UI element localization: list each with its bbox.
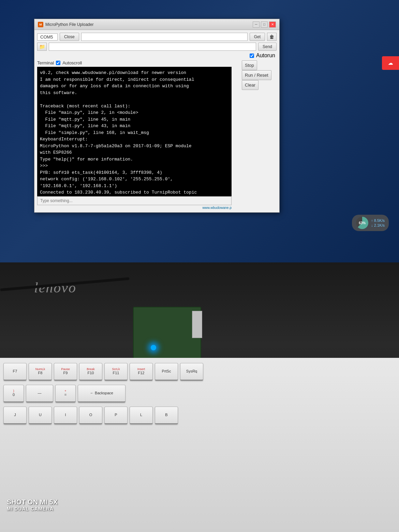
network-status-overlay: 63% ↑ 8.5K/s ↓ 2.1K/s (352, 215, 389, 231)
side-buttons: Stop Run / Reset Clear (239, 60, 277, 210)
run-reset-button[interactable]: Run / Reset (242, 70, 271, 80)
key-f11[interactable]: ScrLk F11 (104, 363, 128, 381)
autorun-checkbox[interactable] (250, 54, 254, 58)
key-backspace[interactable]: ← Backspace (78, 385, 125, 402)
terminal-label: Terminal (37, 60, 54, 65)
cpu-percent: 63% (356, 217, 368, 229)
minimize-button[interactable]: ─ (253, 21, 260, 28)
key-p[interactable]: P (104, 407, 128, 424)
key-u[interactable]: U (29, 407, 52, 424)
window-controls: ─ □ ✕ (253, 21, 276, 28)
keyboard: F7 NumLk F8 Pause F9 Break F10 ScrLk F11… (0, 358, 399, 532)
app-icon: M (38, 22, 43, 27)
close-button[interactable]: ✕ (269, 21, 276, 28)
toolbar-row1: COM5 Close Get 🗑 (37, 33, 277, 41)
key-l[interactable]: L (130, 407, 153, 424)
upload-speed: ↑ 8.5K/s (371, 218, 385, 223)
close-connection-button[interactable]: Close (60, 33, 79, 41)
autoscroll-label: Autoscroll (62, 60, 82, 65)
speed-info: ↑ 8.5K/s ↓ 2.1K/s (371, 218, 385, 227)
autorun-row: Autorun (37, 52, 277, 59)
micropython-window: M MicroPython File Uploader ─ □ ✕ COM5 C… (34, 19, 280, 213)
key-plus[interactable]: + = (55, 385, 76, 402)
key-dash[interactable]: — (26, 385, 53, 402)
folder-icon-button[interactable]: 📁 (37, 43, 47, 51)
window-main: Terminal Autoscroll v0.2, check www.wbud… (37, 60, 277, 210)
title-bar-left: M MicroPython File Uploader (38, 22, 93, 27)
key-prtsc[interactable]: PrtSc (155, 363, 178, 381)
key-f9[interactable]: Pause F9 (54, 363, 77, 381)
upload-path-input[interactable] (49, 43, 256, 51)
key-b[interactable]: B (155, 407, 178, 424)
terminal-output[interactable]: v0.2, check www.wbudowane.pl/download fo… (37, 67, 232, 196)
file-path-input[interactable] (81, 33, 248, 41)
key-f12[interactable]: Insert F12 (130, 363, 153, 381)
send-button[interactable]: Send (258, 43, 277, 51)
title-bar: M MicroPython File Uploader ─ □ ✕ (34, 19, 279, 30)
key-sysrq[interactable]: SysRq (180, 363, 203, 381)
esp-led (151, 345, 156, 350)
window-content: COM5 Close Get 🗑 📁 Send Autorun Terminal (34, 30, 279, 212)
watermark-line1: SHOT ON MI 5X (7, 498, 58, 506)
delete-icon-button[interactable]: 🗑 (267, 33, 277, 41)
key-f10[interactable]: Break F10 (79, 363, 102, 381)
watermark-line2: MI DUAL CAMERA (7, 506, 58, 512)
maximize-button[interactable]: □ (261, 21, 268, 28)
com-port-label: COM5 (37, 33, 58, 41)
get-button[interactable]: Get (250, 33, 265, 41)
key-paren-close[interactable]: ) 0 (3, 385, 24, 402)
key-i[interactable]: I (54, 407, 77, 424)
stop-button[interactable]: Stop (242, 60, 257, 70)
autorun-label: Autorun (256, 52, 275, 59)
key-o[interactable]: O (79, 407, 102, 424)
baidu-icon[interactable]: ☁ (382, 56, 399, 70)
clear-button[interactable]: Clear (242, 80, 258, 90)
autoscroll-checkbox[interactable] (56, 61, 60, 65)
website-reference: www.wbudowane.p (37, 206, 232, 210)
download-speed: ↓ 2.1K/s (371, 223, 385, 227)
key-j[interactable]: J (3, 407, 27, 424)
toolbar-row2: 📁 Send (37, 43, 277, 51)
terminal-header: Terminal Autoscroll (37, 60, 239, 65)
shot-watermark: SHOT ON MI 5X MI DUAL CAMERA (7, 498, 58, 512)
window-title: MicroPython File Uploader (45, 22, 93, 27)
esp-antenna (192, 311, 202, 338)
terminal-section: Terminal Autoscroll v0.2, check www.wbud… (37, 60, 239, 210)
key-f7[interactable]: F7 (3, 363, 27, 381)
terminal-input[interactable] (37, 196, 232, 205)
key-f8[interactable]: NumLk F8 (29, 363, 52, 381)
